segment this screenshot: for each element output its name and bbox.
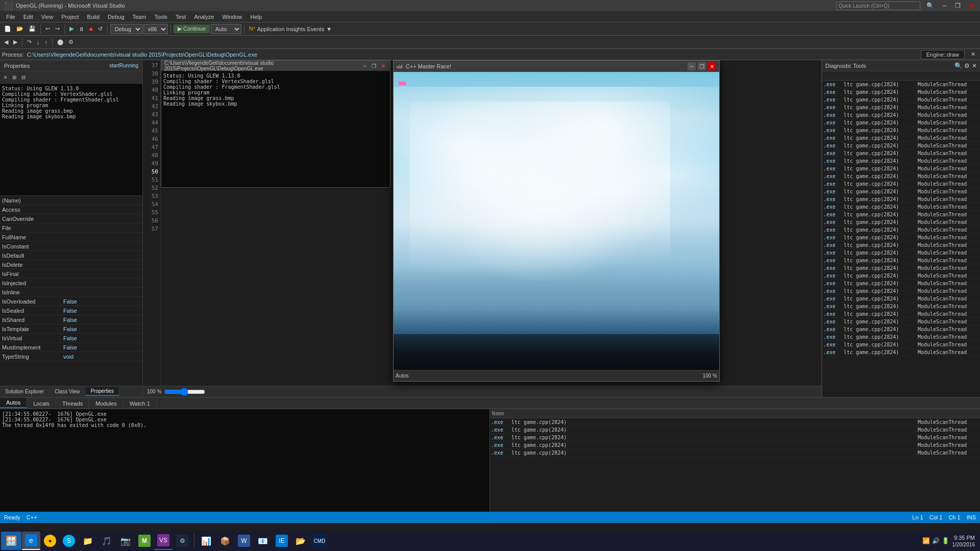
clock-display[interactable]: 9:35 PM 1/20/2016 xyxy=(952,534,975,548)
tab-solution-explorer[interactable]: Solution Explorer xyxy=(0,388,50,395)
edge-icon: e xyxy=(25,534,37,546)
prop-filter-btn[interactable]: ⊞ xyxy=(10,73,18,81)
taskbar-app1[interactable]: 📊 xyxy=(197,532,215,550)
tab-locals[interactable]: Locals xyxy=(27,399,56,408)
menu-help[interactable]: Help xyxy=(247,13,266,21)
taskbar-chrome[interactable]: ● xyxy=(41,532,59,550)
tb2-step-out[interactable]: ↑ xyxy=(43,38,50,46)
diagnostic-tools-title: Diagnostic Tools xyxy=(825,63,866,69)
opengl-output-title: C:\Users\VliegendeGeit\documents\visual … xyxy=(164,60,361,71)
game-window-controls: ─ ❐ ✕ xyxy=(688,62,716,70)
opengl-restore-btn[interactable]: ❐ xyxy=(370,63,378,69)
menu-window[interactable]: Window xyxy=(218,13,246,21)
title-bar-text: OpenGL (Running) - Microsoft Visual Stud… xyxy=(16,3,125,9)
menu-test[interactable]: Test xyxy=(172,13,190,21)
platform-dropdown[interactable]: x86 xyxy=(143,24,168,34)
tab-class-view[interactable]: Class View xyxy=(50,388,85,395)
start-button[interactable]: 🪟 xyxy=(1,532,21,550)
engine-draw-tab[interactable]: Engine::draw xyxy=(921,50,965,59)
tb2-breakpoint[interactable]: ⬤ xyxy=(55,38,65,46)
taskbar-minecraft[interactable]: M xyxy=(135,532,154,550)
tb2-back[interactable]: ◀ xyxy=(2,38,10,46)
taskbar-media[interactable]: 🎵 xyxy=(97,532,116,550)
quick-launch-input[interactable]: Quick Launch (Ctrl+Q) xyxy=(836,2,921,10)
tab-modules[interactable]: Modules xyxy=(89,399,124,408)
open-file-button[interactable]: 📂 xyxy=(14,24,26,33)
zoom-slider[interactable] xyxy=(164,389,205,395)
menu-debug[interactable]: Debug xyxy=(104,13,128,21)
menu-edit[interactable]: Edit xyxy=(19,13,37,21)
taskbar-vs[interactable]: VS xyxy=(154,532,173,550)
stop-button[interactable]: ■ xyxy=(87,25,95,33)
diag-row-4: .exe ltc_game.cpp(2824) ModuleScanThread xyxy=(822,104,980,111)
minimize-button[interactable]: ─ xyxy=(940,2,949,9)
restart-button[interactable]: ↺ xyxy=(96,24,105,33)
taskbar-camera[interactable]: 📷 xyxy=(116,532,135,550)
tb2-step-over[interactable]: ↷ xyxy=(25,38,34,46)
game-minimize-btn[interactable]: ─ xyxy=(688,62,696,70)
menu-project[interactable]: Project xyxy=(57,13,83,21)
save-button[interactable]: 💾 xyxy=(27,24,38,33)
properties-title: Properties xyxy=(4,63,30,69)
taskbar-steam[interactable]: ⚙ xyxy=(173,532,191,550)
prop-group-btn[interactable]: ⊟ xyxy=(19,73,28,81)
continue-dropdown[interactable]: Auto xyxy=(211,24,241,34)
diag-row-34: .exe ltc_game.cpp(2824) ModuleScanThread xyxy=(822,333,980,341)
menu-tools[interactable]: Tools xyxy=(150,13,172,21)
diag-row-21: .exe ltc_game.cpp(2824) ModuleScanThread xyxy=(822,234,980,241)
restore-button[interactable]: ❐ xyxy=(953,2,963,9)
taskbar-skype[interactable]: S xyxy=(60,532,78,550)
prop-sort-btn[interactable]: ≡ xyxy=(2,73,9,81)
menu-analyze[interactable]: Analyze xyxy=(190,13,218,21)
diag-search-icon[interactable]: 🔍 xyxy=(954,62,962,69)
tb2-settings[interactable]: ⚙ xyxy=(66,38,76,46)
app-insights-button[interactable]: Nᵃ Application Insights Events ▼ xyxy=(247,24,334,33)
pause-button[interactable]: ⏸ xyxy=(77,25,86,33)
close-button[interactable]: ✕ xyxy=(967,2,976,9)
engine-close-btn[interactable]: ✕ xyxy=(968,51,978,58)
diag-row-13: .exe ltc_game.cpp(2824) ModuleScanThread xyxy=(822,172,980,180)
continue-button[interactable]: ▶ Continue xyxy=(174,24,210,33)
tab-autos[interactable]: Autos xyxy=(0,398,27,408)
new-file-button[interactable]: 📄 xyxy=(2,24,13,33)
undo-button[interactable]: ↩ xyxy=(43,24,52,33)
tb2-step-into[interactable]: ↓ xyxy=(35,38,42,46)
battery-icon[interactable]: 🔋 xyxy=(942,537,949,544)
prop-row-typestring: TypeString void xyxy=(0,352,142,361)
media-icon: 🎵 xyxy=(101,535,113,547)
taskbar-terminal[interactable]: CMD xyxy=(310,532,329,550)
opengl-minimize-btn[interactable]: ─ xyxy=(361,63,368,69)
tab-watch1[interactable]: Watch 1 xyxy=(124,399,157,408)
line-41: 41 xyxy=(143,94,160,102)
game-restore-btn[interactable]: ❐ xyxy=(698,62,706,70)
taskbar-edge[interactable]: e xyxy=(22,532,40,550)
menu-view[interactable]: View xyxy=(37,13,58,21)
taskbar-app2[interactable]: 📦 xyxy=(216,532,234,550)
autos-tab-btn[interactable]: Autos xyxy=(396,373,409,379)
opengl-close-btn[interactable]: ✕ xyxy=(380,63,387,69)
network-icon[interactable]: 📶 xyxy=(922,537,930,544)
taskbar-word[interactable]: W xyxy=(235,532,253,550)
menu-team[interactable]: Team xyxy=(129,13,151,21)
debug-mode-dropdown[interactable]: Debug xyxy=(110,24,142,34)
prop-row-name: (Name) xyxy=(0,196,142,205)
volume-icon[interactable]: 🔊 xyxy=(932,537,940,544)
taskbar-mail[interactable]: 📧 xyxy=(254,532,272,550)
taskbar-ie[interactable]: IE xyxy=(273,532,291,550)
redo-button[interactable]: ↪ xyxy=(53,24,62,33)
menu-file[interactable]: File xyxy=(2,13,19,21)
menu-build[interactable]: Build xyxy=(83,13,104,21)
game-window-titlebar[interactable]: 🏎 C++ Master Race! ─ ❐ ✕ xyxy=(394,61,719,72)
game-close-btn[interactable]: ✕ xyxy=(708,62,716,70)
right-panel: Diagnostic Tools 🔍 ⚙ ✕ .exe ltc_game.cpp… xyxy=(822,60,980,397)
diag-close-icon[interactable]: ✕ xyxy=(972,62,977,69)
prop-row-access: Access xyxy=(0,205,142,214)
tb2-forward[interactable]: ▶ xyxy=(11,38,19,46)
tab-threads[interactable]: Threads xyxy=(56,399,89,408)
line-53: 53 xyxy=(143,192,160,200)
taskbar-explorer[interactable]: 📁 xyxy=(79,532,97,550)
diag-settings-icon[interactable]: ⚙ xyxy=(964,62,970,69)
start-debug-button[interactable]: ▶ xyxy=(67,24,76,33)
tab-properties[interactable]: Properties xyxy=(85,387,119,396)
taskbar-files2[interactable]: 📂 xyxy=(291,532,310,550)
